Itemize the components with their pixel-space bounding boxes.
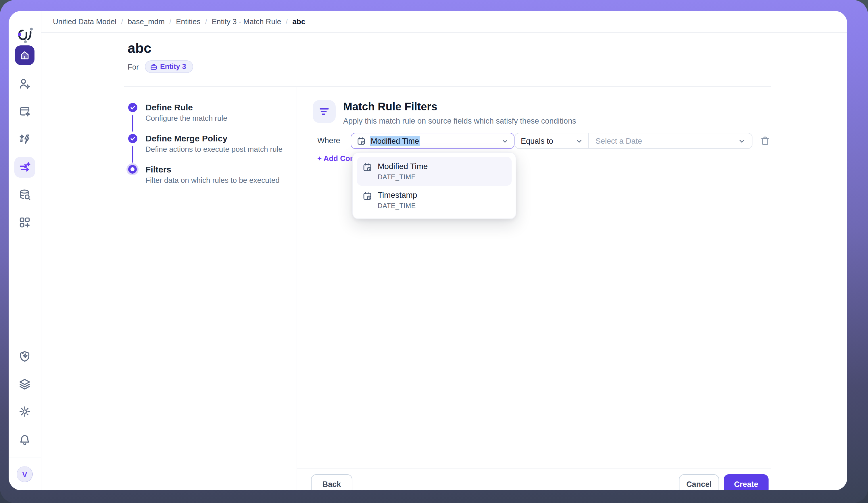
step-title: Define Merge Policy: [145, 133, 282, 143]
field-dropdown-menu: Modified Time DATE_TIME: [352, 152, 516, 219]
step-define-rule[interactable]: Define Rule Configure the match rule: [128, 102, 227, 122]
calendar-clock-icon: [363, 192, 372, 201]
stepper: Define Rule Configure the match rule Def…: [41, 87, 297, 490]
breadcrumb: Unified Data Model / base_mdm / Entities…: [53, 17, 305, 26]
app-logo-icon: [16, 25, 34, 45]
match-flow-icon: [18, 161, 31, 174]
layers-icon: [18, 378, 31, 390]
step-active-radio-icon: [128, 165, 137, 174]
chevron-down-icon: [739, 138, 745, 144]
filter-icon-tile: [313, 100, 336, 123]
sidebar-divider: [14, 71, 35, 71]
delete-condition-icon[interactable]: [760, 136, 770, 146]
step-description: Configure the match rule: [145, 114, 227, 122]
sidebar-item-home[interactable]: [15, 45, 34, 65]
grid-plus-icon: [18, 216, 31, 229]
footer-divider: [297, 468, 771, 469]
breadcrumb-separator: /: [286, 17, 288, 26]
sidebar-item-enrichment[interactable]: [16, 131, 33, 148]
database-search-icon: [18, 188, 31, 201]
sidebar-item-layers[interactable]: [16, 376, 33, 393]
match-rule-filters-panel: Match Rule Filters Apply this match rule…: [297, 87, 847, 490]
step-connector: [132, 146, 133, 163]
form-sparkle-icon: [18, 105, 31, 118]
main-area: Unified Data Model / base_mdm / Entities…: [41, 11, 847, 490]
entity-badge-label: Entity 3: [160, 63, 186, 71]
option-label: Modified Time: [378, 162, 428, 171]
breadcrumb-item[interactable]: Unified Data Model: [53, 17, 116, 26]
step-define-merge-policy[interactable]: Define Merge Policy Define actions to ex…: [128, 133, 282, 154]
for-label: For: [127, 62, 139, 71]
calendar-clock-icon: [357, 136, 365, 145]
sidebar-item-data-explorer[interactable]: [16, 186, 33, 204]
date-value-select[interactable]: Select a Date: [589, 133, 752, 148]
filter-lines-icon: [318, 105, 331, 118]
operator-select[interactable]: Equals to: [515, 133, 589, 148]
step-description: Define actions to execute post match rul…: [145, 145, 282, 154]
user-sparkle-icon: [18, 78, 31, 90]
sidebar-item-governance[interactable]: [16, 348, 33, 365]
step-description: Filter data on which rules to be execute…: [145, 176, 280, 185]
sparkle-bolt-icon: [18, 133, 31, 145]
chevron-down-icon: [576, 138, 582, 144]
cancel-button[interactable]: Cancel: [679, 474, 719, 490]
sidebar-item-settings[interactable]: [16, 403, 33, 420]
bell-icon: [18, 433, 31, 446]
breadcrumb-item[interactable]: Entity 3 - Match Rule: [212, 17, 281, 26]
sidebar-item-match-rules[interactable]: [14, 157, 35, 178]
date-value-placeholder: Select a Date: [596, 136, 642, 145]
step-title: Filters: [145, 164, 280, 174]
breadcrumb-item[interactable]: Entities: [176, 17, 200, 26]
option-type: DATE_TIME: [378, 202, 417, 209]
panel-title: Match Rule Filters: [343, 101, 437, 113]
panel-subtitle: Apply this match rule on source fields w…: [343, 117, 576, 125]
sidebar-bottom-divider: [9, 458, 41, 458]
shield-sparkle-icon: [18, 350, 31, 363]
calendar-clock-icon: [363, 163, 372, 172]
breadcrumb-separator: /: [205, 17, 207, 26]
app-window: V Unified Data Model / base_mdm / Entiti…: [9, 11, 847, 490]
option-label: Timestamp: [378, 190, 417, 200]
step-complete-check-icon: [128, 103, 137, 112]
stage: V Unified Data Model / base_mdm / Entiti…: [0, 0, 868, 503]
breadcrumb-item[interactable]: base_mdm: [127, 17, 165, 26]
breadcrumb-bar: Unified Data Model / base_mdm / Entities…: [41, 11, 847, 33]
create-button[interactable]: Create: [724, 474, 768, 490]
sidebar-item-notifications[interactable]: [16, 431, 33, 448]
entity-briefcase-icon: [150, 63, 157, 70]
entity-context-row: For Entity 3: [127, 60, 193, 73]
where-label: Where: [317, 133, 340, 149]
user-avatar[interactable]: V: [17, 466, 33, 482]
step-title: Define Rule: [145, 102, 227, 112]
step-connector: [132, 115, 133, 132]
option-type: DATE_TIME: [378, 174, 428, 181]
step-filters[interactable]: Filters Filter data on which rules to be…: [128, 164, 280, 185]
home-icon: [19, 49, 30, 61]
dropdown-option-modified-time[interactable]: Modified Time DATE_TIME: [357, 157, 512, 186]
breadcrumb-current: abc: [292, 17, 305, 26]
operator-select-value: Equals to: [521, 136, 553, 145]
step-complete-check-icon: [128, 134, 137, 143]
dropdown-option-timestamp[interactable]: Timestamp DATE_TIME: [357, 186, 512, 214]
gear-icon: [18, 405, 31, 418]
chevron-down-icon: [502, 138, 508, 144]
field-select[interactable]: Modified Time: [351, 133, 515, 149]
sidebar-item-data-model[interactable]: [16, 103, 33, 120]
breadcrumb-separator: /: [121, 17, 123, 26]
page-title: abc: [127, 40, 152, 57]
breadcrumb-separator: /: [169, 17, 171, 26]
entity-badge: Entity 3: [145, 60, 193, 73]
page-header: abc For Entity 3: [41, 33, 847, 87]
back-button[interactable]: Back: [311, 474, 352, 490]
field-select-value: Modified Time: [370, 136, 420, 145]
sidebar: V: [9, 11, 41, 490]
sidebar-item-users[interactable]: [16, 75, 33, 93]
condition-group: Equals to Select a Date: [515, 133, 753, 149]
sidebar-item-apps[interactable]: [16, 214, 33, 231]
